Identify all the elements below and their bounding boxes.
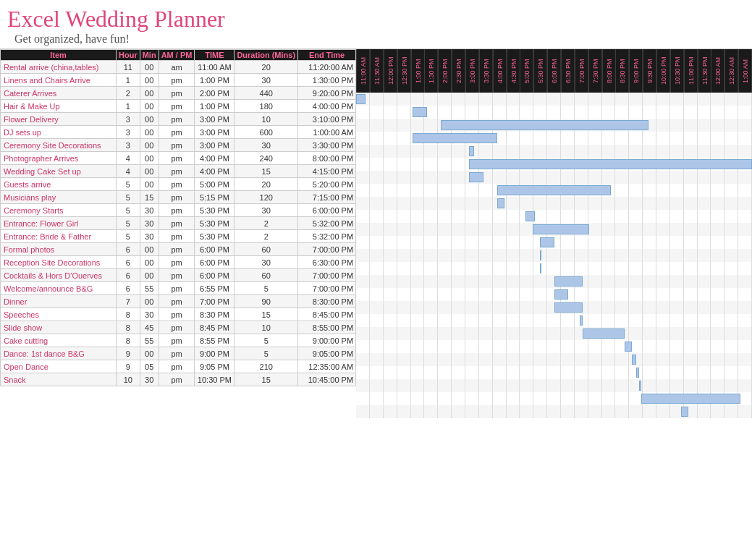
ampm-cell: pm [159, 321, 195, 334]
end-cell: 4:15:00 PM [298, 165, 356, 178]
dur-cell: 20 [235, 178, 298, 191]
gantt-cell [384, 392, 397, 405]
gantt-cell [615, 93, 629, 106]
gantt-cell [356, 210, 370, 223]
gantt-cell [698, 210, 711, 223]
gantt-cell [356, 158, 370, 171]
table-row: Ceremony Starts 5 30 pm 5:30 PM 30 6:00:… [1, 204, 356, 217]
gantt-cell [615, 210, 629, 223]
ampm-cell: pm [159, 230, 195, 243]
end-cell: 10:45:00 PM [298, 373, 356, 386]
gantt-cell [684, 340, 698, 353]
gantt-cell [465, 106, 479, 119]
gantt-cell [507, 340, 520, 353]
dur-cell: 30 [235, 256, 298, 269]
gantt-cell [615, 314, 629, 327]
gantt-header-cell: 5:30 PM [533, 49, 547, 93]
ampm-cell: pm [159, 204, 195, 217]
gantt-cell [411, 223, 425, 236]
gantt-cell [698, 301, 711, 314]
gantt-cell [670, 327, 684, 340]
min-cell: 00 [140, 165, 159, 178]
gantt-cell [507, 132, 520, 145]
dur-cell: 600 [235, 126, 298, 139]
gantt-cell [479, 145, 493, 158]
ampm-cell: pm [159, 178, 195, 191]
gantt-row [356, 340, 752, 353]
gantt-header-cell: 7:00 PM [575, 49, 588, 93]
gantt-cell [452, 327, 465, 340]
time-cell: 8:55 PM [195, 334, 235, 347]
gantt-cell [643, 223, 656, 236]
gantt-cell [452, 314, 465, 327]
gantt-cell [711, 314, 724, 327]
gantt-cell [602, 93, 616, 106]
gantt-row [356, 366, 752, 379]
dur-cell: 20 [235, 61, 298, 74]
gantt-cell [711, 145, 724, 158]
gantt-cell [438, 262, 452, 275]
gantt-cell [575, 379, 588, 392]
min-cell: 00 [140, 295, 159, 308]
gantt-cell [384, 366, 397, 379]
gantt-cell [698, 132, 711, 145]
hour-cell: 2 [117, 87, 140, 100]
gantt-cell [370, 366, 384, 379]
gantt-cell [370, 340, 384, 353]
end-cell: 8:45:00 PM [298, 308, 356, 321]
gantt-cell [438, 145, 452, 158]
gantt-cell [493, 405, 507, 418]
gantt-row [356, 171, 752, 184]
gantt-cell [397, 184, 411, 197]
gantt-cell [738, 405, 752, 418]
gantt-cell [588, 288, 602, 301]
gantt-cell [520, 392, 533, 405]
gantt-cell [738, 119, 752, 132]
gantt-row [356, 210, 752, 223]
gantt-cell [533, 275, 547, 288]
gantt-header-cell: 4:00 PM [493, 49, 507, 93]
hour-cell: 5 [117, 178, 140, 191]
dur-cell: 30 [235, 139, 298, 152]
end-cell: 8:00:00 PM [298, 152, 356, 165]
gantt-cell [561, 106, 575, 119]
gantt-header-cell: 3:30 PM [479, 49, 493, 93]
end-cell: 1:00:00 AM [298, 126, 356, 139]
gantt-cell [643, 327, 656, 340]
gantt-cell [493, 223, 507, 236]
dur-cell: 60 [235, 243, 298, 256]
gantt-cell [507, 93, 520, 106]
gantt-cell [698, 145, 711, 158]
item-name: Ceremony Site Decorations [1, 139, 117, 152]
gantt-cell [738, 236, 752, 249]
gantt-cell [479, 392, 493, 405]
gantt-cell [438, 184, 452, 197]
gantt-cell [452, 405, 465, 418]
end-cell: 9:00:00 PM [298, 334, 356, 347]
gantt-bar [413, 133, 497, 143]
gantt-cell [384, 184, 397, 197]
ampm-cell: pm [159, 334, 195, 347]
gantt-cell [547, 132, 561, 145]
gantt-cell [738, 223, 752, 236]
hour-cell: 6 [117, 243, 140, 256]
gantt-cell [684, 366, 698, 379]
gantt-cell [656, 288, 670, 301]
gantt-cell [479, 249, 493, 262]
gantt-cell [397, 366, 411, 379]
gantt-cell [356, 262, 370, 275]
item-name: Cake cutting [1, 334, 117, 347]
gantt-cell [588, 197, 602, 210]
gantt-cell [643, 379, 656, 392]
gantt-cell [602, 106, 616, 119]
gantt-bar [441, 120, 648, 130]
gantt-cell [424, 366, 438, 379]
gantt-cell [384, 275, 397, 288]
gantt-cell [424, 249, 438, 262]
gantt-cell [384, 314, 397, 327]
gantt-cell [602, 340, 616, 353]
end-cell: 7:00:00 PM [298, 243, 356, 256]
gantt-header-cell: 7:30 PM [588, 49, 602, 93]
gantt-cell [602, 249, 616, 262]
app-title: Excel Wedding Planner [7, 6, 745, 33]
